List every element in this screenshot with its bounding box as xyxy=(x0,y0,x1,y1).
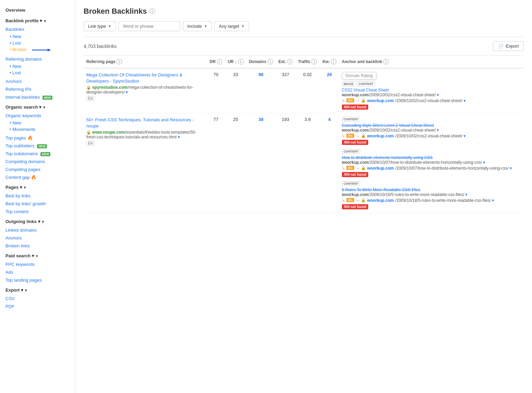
sidebar-organic-search[interactable]: Organic search ▾ xyxy=(0,102,75,112)
redirect-lock-2-1: 🔒 xyxy=(361,134,366,138)
sidebar-item-broken-links[interactable]: Broken links xyxy=(0,242,75,250)
domain-1[interactable]: spyrestudios.com xyxy=(92,85,127,90)
sidebar-item-org-new[interactable]: New xyxy=(0,120,75,126)
not-found-badge-1-1: 404 not found xyxy=(342,103,521,110)
lang-badge-1: EN xyxy=(86,96,95,101)
anchor-strike-2-1[interactable]: Cascading Style Sheet Level 2 Visual Che… xyxy=(342,123,521,128)
redirect-lock-2-3: 🔒 xyxy=(361,198,366,202)
domain-rating-tooltip: Domain Rating xyxy=(342,72,376,79)
anchor-link-1-1[interactable]: CSS2 Visual Cheat Sheet xyxy=(342,88,521,93)
sidebar-item-internal-backlinks[interactable]: Internal backlinks NEW xyxy=(0,93,75,101)
backlink-url-2-3: woorkup.com/2009/10/18/5-rules-to-write-… xyxy=(342,192,521,197)
ur-info-icon[interactable]: i xyxy=(238,59,244,64)
not-found-badge-2-1: 404 not found xyxy=(342,138,521,145)
kw-link-2[interactable]: 4 xyxy=(328,117,331,122)
sidebar-item-content-gap[interactable]: Content gap 🔥 xyxy=(0,173,75,181)
backlink-url-1-1: woorkup.com/2009/10/02/css2-visual-cheat… xyxy=(342,93,521,97)
include-filter[interactable]: Include ▼ xyxy=(183,21,212,31)
sidebar-item-anchors[interactable]: Anchors xyxy=(0,77,75,85)
domain-2[interactable]: www.noupe.com xyxy=(92,130,125,135)
sidebar-item-top-pages[interactable]: Top pages 🔥 xyxy=(0,134,75,142)
traffic-info-icon[interactable]: i xyxy=(311,59,317,64)
cell-referring-page-1: Mega Collection Of Cheatsheets for Desig… xyxy=(84,68,207,113)
redirect-arrow-2-1: ↳ xyxy=(342,134,345,138)
anchor-info-icon[interactable]: i xyxy=(383,59,389,64)
domains-link-2[interactable]: 38 xyxy=(258,117,263,122)
word-phrase-input[interactable] xyxy=(119,21,180,31)
export-button[interactable]: 📄 Export xyxy=(493,41,524,51)
sidebar-item-competing-pages[interactable]: Competing pages xyxy=(0,165,75,173)
link-type-filter[interactable]: Link type ▼ xyxy=(84,21,116,31)
sidebar-item-org-movements[interactable]: Movements xyxy=(0,126,75,133)
col-header-anchor: Anchor and backlink i xyxy=(339,56,524,68)
cell-domains-2: 38 xyxy=(246,113,276,213)
redirect-domain-2-2[interactable]: woorkup.com xyxy=(367,166,394,171)
sidebar-item-linked-domains[interactable]: Linked domains xyxy=(0,226,75,234)
page-title-link-2[interactable]: 50+ Fresh CSS Techniques, Tutorials and … xyxy=(86,117,204,129)
table-body: Mega Collection Of Cheatsheets for Desig… xyxy=(84,68,524,213)
sidebar-item-ppc-keywords[interactable]: PPC keywords xyxy=(0,260,75,268)
export-label: Export xyxy=(506,44,519,49)
sidebar-outgoing-links[interactable]: Outgoing links ▾ xyxy=(0,217,75,226)
sidebar-paid-search[interactable]: Paid search ▾ xyxy=(0,251,75,260)
cell-domains-1: 98 xyxy=(246,68,276,113)
sidebar-item-backlinks-broken[interactable]: Broken xyxy=(0,46,75,54)
sidebar-item-refdomains-new[interactable]: New xyxy=(0,63,75,70)
redirect-lock-2-2: 🔒 xyxy=(361,166,366,170)
fire-icon-top-pages: 🔥 xyxy=(27,135,33,140)
sidebar-item-referring-ips[interactable]: Referring IPs xyxy=(0,85,75,93)
page-url-1: 🔒 spyrestudios.com/mega-collection-of-ch… xyxy=(86,85,204,95)
new-badge-subdomains: NEW xyxy=(40,152,50,156)
target-arrow: ▼ xyxy=(241,24,245,28)
sidebar-item-top-content[interactable]: Top content xyxy=(0,208,75,216)
sidebar-item-pdf[interactable]: PDF xyxy=(0,303,75,310)
sidebar-item-best-by-links[interactable]: Best by links xyxy=(0,192,75,200)
anchor-block-1-1: IMAGE CONTENT CSS2 Visual Cheat Sheet wo… xyxy=(342,82,521,110)
sidebar-item-competing-domains[interactable]: Competing domains xyxy=(0,158,75,165)
domains-info-icon[interactable]: i xyxy=(268,59,273,64)
sidebar-item-backlinks-lost[interactable]: Lost xyxy=(0,40,75,46)
sidebar-export[interactable]: Export ▾ xyxy=(0,285,75,295)
cell-dr-1: 70 xyxy=(207,68,225,113)
domains-link-1[interactable]: 98 xyxy=(258,72,263,77)
sidebar-item-outgoing-anchors[interactable]: Anchors xyxy=(0,234,75,242)
redirect-domain-2-1[interactable]: woorkup.com xyxy=(367,134,394,138)
target-filter[interactable]: Any target ▼ xyxy=(214,21,249,31)
cell-traffic-2: 3.9 xyxy=(295,113,320,213)
page-title-link-1[interactable]: Mega Collection Of Cheatsheets for Desig… xyxy=(86,72,204,84)
sidebar-item-backlinks[interactable]: Backlinks xyxy=(0,25,75,33)
tag-content-2-2: CONTENT xyxy=(342,149,360,154)
sidebar-backlink-profile[interactable]: Backlink profile ▾ xyxy=(0,16,75,25)
ext-info-icon[interactable]: i xyxy=(287,59,293,64)
sidebar-pages[interactable]: Pages ▾ xyxy=(0,183,75,192)
referring-page-info-icon[interactable]: i xyxy=(116,59,122,64)
kw-info-icon[interactable]: i xyxy=(331,59,336,64)
tag-row-1-1: IMAGE CONTENT xyxy=(342,82,521,86)
sidebar-item-backlinks-new[interactable]: New xyxy=(0,33,75,40)
sidebar-overview[interactable]: Overview xyxy=(0,5,75,15)
tag-content-2-3: CONTENT xyxy=(342,181,360,186)
sidebar-item-organic-keywords[interactable]: Organic keywords xyxy=(0,112,75,120)
redirect-row-2-2: ↳ 301 → 🔒 woorkup.com/2009/10/07/how-to-… xyxy=(342,166,521,171)
anchor-strike-2-3[interactable]: 5 Rules To Write More Readable CSS Files xyxy=(342,187,521,192)
redirect-domain-1-1[interactable]: woorkup.com xyxy=(367,98,394,103)
sidebar-item-refdomains-lost[interactable]: Lost xyxy=(0,70,75,76)
backlink-url-2-2: woorkup.com/2009/10/07/how-to-distribute… xyxy=(342,160,521,165)
tag-content-1: CONTENT xyxy=(357,82,375,86)
include-label: Include xyxy=(187,24,202,29)
sidebar-item-referring-domains[interactable]: Referring domains xyxy=(0,55,75,63)
anchor-strike-2-2[interactable]: How to distribute elements horizontally … xyxy=(342,155,521,160)
anchor-block-2-1: CONTENT Cascading Style Sheet Level 2 Vi… xyxy=(342,117,521,145)
sidebar-item-top-subdomains[interactable]: Top subdomains NEW xyxy=(0,150,75,158)
dr-info-icon[interactable]: i xyxy=(217,59,222,64)
cell-traffic-1: 0.02 xyxy=(295,68,320,113)
kw-link-1[interactable]: 26 xyxy=(327,72,332,77)
sidebar-item-top-landing-pages[interactable]: Top landing pages xyxy=(0,276,75,284)
sidebar-item-best-by-links-growth[interactable]: Best by links' growth xyxy=(0,200,75,208)
redirect-domain-2-3[interactable]: woorkup.com xyxy=(367,198,394,203)
page-title-info-icon[interactable]: i xyxy=(150,9,155,14)
col-header-ur[interactable]: UR ↓ i xyxy=(225,56,246,68)
sidebar-item-ads[interactable]: Ads xyxy=(0,268,75,276)
sidebar-item-csv[interactable]: CSV xyxy=(0,295,75,303)
sidebar-item-top-subfolders[interactable]: Top subfolders NEW xyxy=(0,142,75,150)
